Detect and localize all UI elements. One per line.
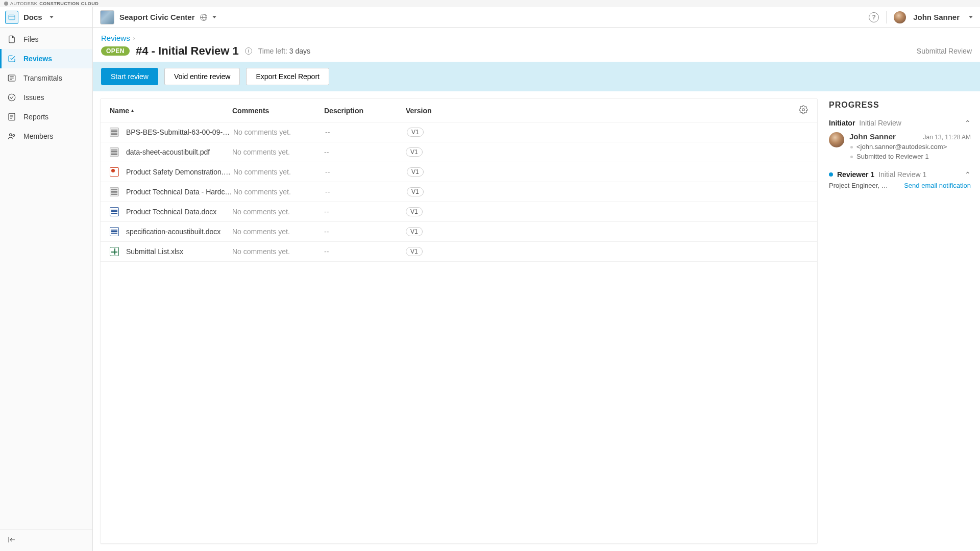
reports-icon bbox=[7, 112, 16, 121]
status-badge: OPEN bbox=[101, 46, 130, 56]
version-pill: V1 bbox=[406, 147, 423, 157]
sidebar-item-reviews[interactable]: Reviews bbox=[0, 49, 92, 68]
start-review-button[interactable]: Start review bbox=[101, 68, 158, 85]
cell-description: -- bbox=[325, 168, 407, 176]
brand-part1: AUTODESK bbox=[10, 1, 37, 6]
initiator-stage: Initial Review bbox=[859, 119, 901, 127]
table-settings-button[interactable] bbox=[799, 105, 808, 116]
cell-version: V1 bbox=[406, 247, 808, 256]
cell-comments: No comments yet. bbox=[232, 228, 324, 236]
sidebar-item-members[interactable]: Members bbox=[0, 127, 92, 146]
sidebar-item-files[interactable]: Files bbox=[0, 30, 92, 49]
version-pill: V1 bbox=[406, 247, 423, 256]
module-switcher[interactable]: Docs bbox=[0, 7, 93, 27]
sidebar-item-label: Members bbox=[23, 132, 53, 140]
file-type-icon bbox=[110, 207, 119, 216]
breadcrumb: Reviews › bbox=[101, 34, 972, 42]
void-review-button[interactable]: Void entire review bbox=[164, 68, 240, 85]
sidebar-item-reports[interactable]: Reports bbox=[0, 107, 92, 127]
initiator-label: Initiator bbox=[829, 119, 855, 127]
sidebar-item-issues[interactable]: Issues bbox=[0, 88, 92, 107]
file-name: Product Technical Data.docx bbox=[126, 208, 216, 216]
divider bbox=[886, 11, 887, 23]
progress-panel: PROGRESS Initiator Initial Review ⌃ John… bbox=[825, 98, 973, 544]
svg-point-4 bbox=[10, 134, 12, 136]
reviewer-section-header[interactable]: Reviewer 1 Initial Review 1 ⌃ bbox=[829, 170, 971, 179]
sidebar-item-label: Files bbox=[23, 35, 39, 43]
column-version[interactable]: Version bbox=[406, 107, 799, 115]
cell-version: V1 bbox=[407, 187, 808, 196]
members-icon bbox=[7, 132, 16, 141]
table-row[interactable]: Product Technical Data - Hardcopy.…No co… bbox=[101, 182, 817, 202]
time-left-value: 3 days bbox=[289, 47, 310, 55]
version-pill: V1 bbox=[407, 167, 424, 177]
send-email-link[interactable]: Send email notification bbox=[904, 182, 971, 189]
initiator-action: Submitted to Reviewer 1 bbox=[849, 153, 971, 160]
cell-comments: No comments yet. bbox=[232, 247, 324, 256]
sidebar-item-label: Transmittals bbox=[23, 74, 62, 82]
file-name: BPS-BES-Submittal-63-00-09-5100… bbox=[126, 128, 233, 136]
table-row[interactable]: BPS-BES-Submittal-63-00-09-5100…No comme… bbox=[101, 122, 817, 142]
main-content: Reviews › OPEN #4 - Initial Review 1 i T… bbox=[93, 28, 980, 551]
help-icon[interactable]: ? bbox=[869, 12, 879, 22]
table-row[interactable]: Product Safety Demonstration.pptxNo comm… bbox=[101, 162, 817, 182]
cell-description: -- bbox=[325, 128, 407, 136]
chevron-up-icon: ⌃ bbox=[965, 170, 971, 179]
file-type-icon bbox=[110, 147, 119, 157]
docs-module-icon bbox=[5, 11, 18, 24]
table-row[interactable]: data-sheet-acoustibuilt.pdfNo comments y… bbox=[101, 142, 817, 162]
sidebar-item-transmittals[interactable]: Transmittals bbox=[0, 68, 92, 88]
chevron-up-icon: ⌃ bbox=[965, 119, 971, 127]
caret-down-icon bbox=[50, 16, 54, 18]
file-name: Submittal List.xlsx bbox=[126, 247, 183, 256]
page-title: #4 - Initial Review 1 bbox=[136, 44, 239, 58]
cell-description: -- bbox=[324, 247, 406, 256]
table-row[interactable]: Product Technical Data.docxNo comments y… bbox=[101, 202, 817, 222]
svg-point-2 bbox=[8, 94, 15, 101]
files-table: Name ▴ Comments Description Version BPS-… bbox=[100, 98, 818, 544]
initiator-email: <john.sanner@autodesk.com> bbox=[849, 143, 971, 151]
cell-version: V1 bbox=[406, 147, 808, 157]
user-avatar[interactable] bbox=[894, 11, 906, 23]
cell-comments: No comments yet. bbox=[232, 208, 324, 216]
cell-version: V1 bbox=[406, 207, 808, 216]
cell-comments: No comments yet. bbox=[233, 188, 325, 196]
reviewer-details: Project Engineer, Pr… Send email notific… bbox=[829, 182, 971, 189]
column-description[interactable]: Description bbox=[324, 107, 406, 115]
table-row[interactable]: Submittal List.xlsxNo comments yet.--V1 bbox=[101, 242, 817, 262]
caret-down-icon bbox=[212, 16, 216, 18]
caret-down-icon[interactable] bbox=[969, 16, 973, 18]
autodesk-logo-icon bbox=[4, 2, 8, 6]
version-pill: V1 bbox=[407, 128, 424, 137]
export-excel-button[interactable]: Export Excel Report bbox=[246, 68, 329, 85]
review-icon bbox=[7, 54, 16, 63]
transmittal-icon bbox=[7, 73, 16, 83]
file-name: data-sheet-acoustibuilt.pdf bbox=[126, 148, 210, 156]
sort-asc-icon: ▴ bbox=[131, 108, 134, 113]
initiator-section-header[interactable]: Initiator Initial Review ⌃ bbox=[829, 119, 971, 127]
column-name[interactable]: Name ▴ bbox=[110, 107, 232, 115]
globe-icon bbox=[200, 14, 207, 21]
action-bar: Start review Void entire review Export E… bbox=[93, 62, 980, 91]
cell-description: -- bbox=[325, 188, 407, 196]
file-icon bbox=[7, 35, 16, 44]
svg-rect-0 bbox=[9, 15, 15, 19]
sidebar-collapse-button[interactable] bbox=[0, 530, 92, 551]
user-name: John Sanner bbox=[913, 13, 960, 21]
table-header: Name ▴ Comments Description Version bbox=[101, 99, 817, 122]
table-row[interactable]: specification-acoustibuilt.docxNo commen… bbox=[101, 222, 817, 242]
info-icon[interactable]: i bbox=[245, 47, 252, 55]
sidebar: Files Reviews Transmittals Issues Report… bbox=[0, 28, 93, 551]
column-comments[interactable]: Comments bbox=[232, 107, 324, 115]
file-name: Product Technical Data - Hardcopy.… bbox=[126, 188, 233, 196]
cell-comments: No comments yet. bbox=[233, 128, 325, 136]
cell-description: -- bbox=[324, 208, 406, 216]
svg-point-5 bbox=[13, 135, 15, 137]
gear-icon bbox=[799, 105, 808, 114]
initiator-name: John Sanner bbox=[849, 132, 896, 141]
version-pill: V1 bbox=[406, 227, 423, 236]
project-switcher[interactable]: Seaport Civic Center bbox=[93, 10, 224, 24]
cell-description: -- bbox=[324, 228, 406, 236]
breadcrumb-root[interactable]: Reviews bbox=[101, 34, 130, 42]
time-left-label: Time left: bbox=[258, 47, 287, 55]
